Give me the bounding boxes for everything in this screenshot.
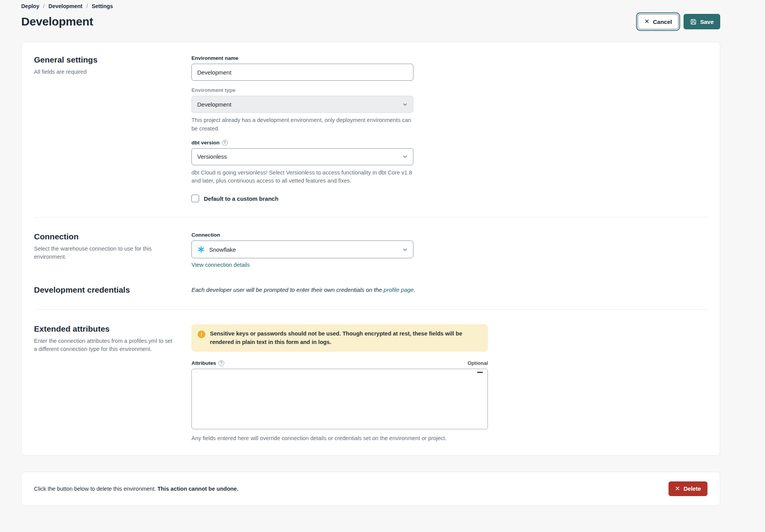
general-settings-form: Environment name Environment type Develo… [191,55,413,202]
cancel-button-label: Cancel [653,19,672,25]
general-settings-subheading: All fields are required [34,68,173,76]
custom-branch-row: Default to a custom branch [191,195,413,202]
save-icon [690,19,697,25]
development-credentials-note: Each developer user will be prompted to … [191,285,488,295]
custom-branch-label: Default to a custom branch [204,195,278,202]
close-icon: ✕ [675,486,680,492]
dbt-version-label: dbt version ? [191,140,413,146]
breadcrumb-settings: Settings [91,3,113,9]
connection-field: Connection [191,232,413,268]
connection-label: Connection [191,232,413,238]
development-credentials-intro: Development credentials [34,285,191,295]
environment-type-helper: This project already has a development e… [191,116,413,133]
warning-icon: ! [198,330,205,338]
breadcrumb-separator: / [86,3,88,9]
dbt-version-field: dbt version ? Versionless dbt Cloud is g… [191,140,413,186]
environment-settings-page: Deploy / Development / Settings Developm… [0,0,765,532]
extended-attributes-form: ! Sensitive keys or passwords should not… [191,324,488,443]
help-icon[interactable]: ? [218,360,224,366]
delete-text-normal: Click the button below to delete this en… [34,486,157,492]
environment-type-label: Environment type [191,87,413,93]
connection-heading: Connection [34,232,173,241]
chevron-down-icon [403,154,408,159]
connection-form: Connection [191,232,413,268]
dbt-version-helper: dbt Cloud is going versionless! Select V… [191,169,413,186]
custom-branch-checkbox[interactable] [191,195,199,202]
optional-badge: Optional [467,360,488,366]
delete-button[interactable]: ✕ Delete [669,481,707,496]
attributes-editor [191,369,488,431]
cancel-button[interactable]: ✕ Cancel [638,14,679,29]
snowflake-icon [197,246,205,253]
environment-name-label: Environment name [191,55,413,61]
view-connection-details-link[interactable]: View connection details [191,262,250,268]
extended-attributes-intro: Extended attributes Enter the connection… [34,324,191,443]
extended-attributes-subheading: Enter the connection attributes from a p… [34,337,173,353]
page-header: Development ✕ Cancel Save [21,14,720,29]
close-icon: ✕ [644,19,649,25]
collapse-editor-icon[interactable] [477,372,483,373]
warning-text: Sensitive keys or passwords should not b… [210,329,482,347]
general-settings-heading: General settings [34,55,173,64]
environment-type-value: Development [197,101,231,108]
attributes-label-text: Attributes [191,360,216,366]
environment-name-input[interactable] [191,64,413,81]
save-button-label: Save [700,19,714,25]
extended-attributes-section: Extended attributes Enter the connection… [34,324,707,443]
header-actions: ✕ Cancel Save [638,14,720,29]
connection-value: Snowflake [209,246,236,253]
general-settings-section: General settings All fields are required… [34,55,707,202]
development-credentials-heading: Development credentials [34,285,173,295]
connection-intro: Connection Select the warehouse connecti… [34,232,191,268]
attributes-label: Attributes ? [191,360,224,366]
connection-subheading: Select the warehouse connection to use f… [34,245,173,261]
delete-environment-text: Click the button below to delete this en… [34,486,238,492]
save-button[interactable]: Save [684,14,720,29]
development-credentials-section: Development credentials Each developer u… [34,285,707,295]
credentials-note-text: Each developer user will be prompted to … [191,286,384,293]
breadcrumb-deploy[interactable]: Deploy [21,3,39,9]
attributes-textarea[interactable] [191,369,488,429]
settings-card: General settings All fields are required… [21,42,720,456]
extended-attributes-heading: Extended attributes [34,324,173,334]
delete-environment-card: Click the button below to delete this en… [21,472,720,506]
environment-type-select: Development [191,96,413,113]
help-icon[interactable]: ? [222,140,228,146]
section-divider [34,309,707,310]
sensitive-keys-warning: ! Sensitive keys or passwords should not… [191,324,488,352]
page-title: Development [21,15,93,28]
attributes-helper: Any fields entered here will override co… [191,434,488,443]
breadcrumb-separator: / [43,3,45,9]
dbt-version-value: Versionless [197,153,227,160]
environment-type-field: Environment type Development This projec… [191,87,413,133]
general-settings-intro: General settings All fields are required [34,55,191,202]
chevron-down-icon [403,247,408,252]
credentials-note-suffix: . [414,286,415,293]
delete-button-label: Delete [684,485,701,492]
environment-name-field: Environment name [191,55,413,81]
dbt-version-select[interactable]: Versionless [191,148,413,165]
connection-section: Connection Select the warehouse connecti… [34,232,707,268]
attributes-label-row: Attributes ? Optional [191,360,488,366]
connection-select[interactable]: Snowflake [191,241,413,258]
dbt-version-label-text: dbt version [191,140,220,146]
section-divider [34,217,707,217]
delete-text-bold: This action cannot be undone. [157,486,238,492]
breadcrumb-development[interactable]: Development [49,3,83,9]
chevron-down-icon [403,102,408,107]
breadcrumb: Deploy / Development / Settings [21,0,720,9]
profile-page-link[interactable]: profile page [384,286,414,293]
